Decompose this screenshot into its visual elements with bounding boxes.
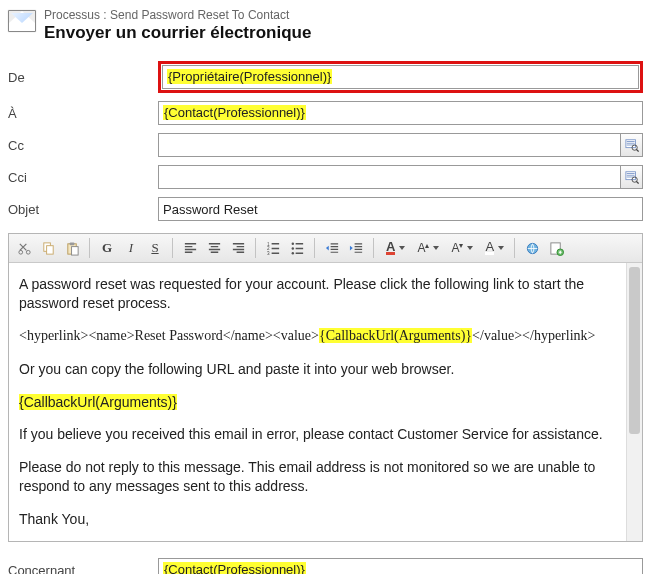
insert-link-button[interactable] bbox=[521, 237, 543, 259]
bcc-label: Cci bbox=[8, 170, 158, 185]
ordered-list-button[interactable]: 123 bbox=[262, 237, 284, 259]
highlight-a: A bbox=[485, 241, 494, 255]
toolbar-separator bbox=[373, 238, 374, 258]
regarding-token: {Contact(Professionnel)} bbox=[163, 562, 306, 574]
svg-line-2 bbox=[636, 149, 638, 151]
to-label: À bbox=[8, 106, 158, 121]
font-color-a: A bbox=[386, 241, 395, 255]
svg-line-5 bbox=[636, 181, 638, 183]
svg-point-17 bbox=[291, 247, 293, 249]
lookup-icon bbox=[625, 170, 639, 184]
font-shrink-button[interactable]: A▾ bbox=[445, 237, 477, 259]
cc-label: Cc bbox=[8, 138, 158, 153]
from-field[interactable]: {Propriétaire(Professionnel)} bbox=[162, 65, 639, 89]
align-right-icon bbox=[231, 241, 246, 256]
paste-icon bbox=[65, 241, 80, 256]
svg-point-6 bbox=[18, 250, 22, 254]
italic-button[interactable]: I bbox=[120, 237, 142, 259]
mail-icon bbox=[8, 10, 36, 32]
toolbar-separator bbox=[89, 238, 90, 258]
body-paragraph: Thank You, bbox=[19, 510, 618, 529]
bold-button[interactable]: G bbox=[96, 237, 118, 259]
align-right-button[interactable] bbox=[227, 237, 249, 259]
font-grow-a: A▴ bbox=[417, 241, 429, 255]
align-center-button[interactable] bbox=[203, 237, 225, 259]
chevron-down-icon bbox=[433, 246, 439, 250]
from-token: {Propriétaire(Professionnel)} bbox=[167, 69, 332, 84]
body-paragraph: If you believe you received this email i… bbox=[19, 425, 618, 444]
svg-point-7 bbox=[26, 250, 30, 254]
svg-rect-11 bbox=[69, 242, 74, 245]
ordered-list-icon: 123 bbox=[266, 241, 281, 256]
callback-token: {CallbackUrl(Arguments)} bbox=[19, 394, 177, 410]
cc-field[interactable] bbox=[158, 133, 621, 157]
indent-button[interactable] bbox=[345, 237, 367, 259]
font-grow-button[interactable]: A▴ bbox=[411, 237, 443, 259]
copy-icon bbox=[41, 241, 56, 256]
to-token: {Contact(Professionnel)} bbox=[163, 105, 306, 120]
svg-point-16 bbox=[291, 242, 293, 244]
indent-icon bbox=[349, 241, 364, 256]
subject-field[interactable] bbox=[158, 197, 643, 221]
subject-label: Objet bbox=[8, 202, 158, 217]
cut-button[interactable] bbox=[13, 237, 35, 259]
svg-rect-12 bbox=[71, 246, 78, 254]
insert-field-icon bbox=[549, 241, 564, 256]
chevron-down-icon bbox=[467, 246, 473, 250]
svg-text:3: 3 bbox=[266, 251, 269, 256]
highlight-color-button[interactable]: A bbox=[479, 237, 508, 259]
body-paragraph: Or you can copy the following URL and pa… bbox=[19, 360, 618, 379]
align-center-icon bbox=[207, 241, 222, 256]
align-left-button[interactable] bbox=[179, 237, 201, 259]
bcc-field[interactable] bbox=[158, 165, 621, 189]
to-field[interactable]: {Contact(Professionnel)} bbox=[158, 101, 643, 125]
outdent-button[interactable] bbox=[321, 237, 343, 259]
toolbar-separator bbox=[314, 238, 315, 258]
body-hyperlink-line: <hyperlink><name>Reset Password</name><v… bbox=[19, 327, 618, 346]
toolbar-separator bbox=[255, 238, 256, 258]
regarding-field[interactable]: {Contact(Professionnel)} bbox=[158, 558, 643, 574]
editor-scrollbar[interactable] bbox=[626, 263, 642, 541]
regarding-label: Concernant bbox=[8, 563, 158, 574]
body-callback-line: {CallbackUrl(Arguments)} bbox=[19, 393, 618, 412]
bcc-lookup-button[interactable] bbox=[621, 165, 643, 189]
paste-button[interactable] bbox=[61, 237, 83, 259]
outdent-icon bbox=[325, 241, 340, 256]
process-line: Processus : Send Password Reset To Conta… bbox=[44, 8, 311, 22]
svg-rect-9 bbox=[46, 245, 53, 253]
email-body-editor[interactable]: A password reset was requested for your … bbox=[9, 263, 642, 541]
unordered-list-icon bbox=[290, 241, 305, 256]
underline-button[interactable]: S bbox=[144, 237, 166, 259]
editor-toolbar: G I S 123 A A▴ A▾ A bbox=[9, 234, 642, 263]
chevron-down-icon bbox=[498, 246, 504, 250]
lookup-icon bbox=[625, 138, 639, 152]
body-paragraph: Please do not reply to this message. Thi… bbox=[19, 458, 618, 496]
scissors-icon bbox=[17, 241, 32, 256]
toolbar-separator bbox=[172, 238, 173, 258]
chevron-down-icon bbox=[399, 246, 405, 250]
svg-point-18 bbox=[291, 251, 293, 253]
font-shrink-a: A▾ bbox=[451, 241, 463, 255]
toolbar-separator bbox=[514, 238, 515, 258]
scrollbar-thumb[interactable] bbox=[629, 267, 640, 434]
unordered-list-button[interactable] bbox=[286, 237, 308, 259]
callback-token: {CallbackUrl(Arguments)} bbox=[319, 328, 472, 343]
body-paragraph: A password reset was requested for your … bbox=[19, 275, 618, 313]
cc-lookup-button[interactable] bbox=[621, 133, 643, 157]
copy-button[interactable] bbox=[37, 237, 59, 259]
link-icon bbox=[525, 241, 540, 256]
from-label: De bbox=[8, 70, 158, 85]
page-title: Envoyer un courrier électronique bbox=[44, 23, 311, 43]
align-left-icon bbox=[183, 241, 198, 256]
insert-field-button[interactable] bbox=[545, 237, 567, 259]
font-color-button[interactable]: A bbox=[380, 237, 409, 259]
